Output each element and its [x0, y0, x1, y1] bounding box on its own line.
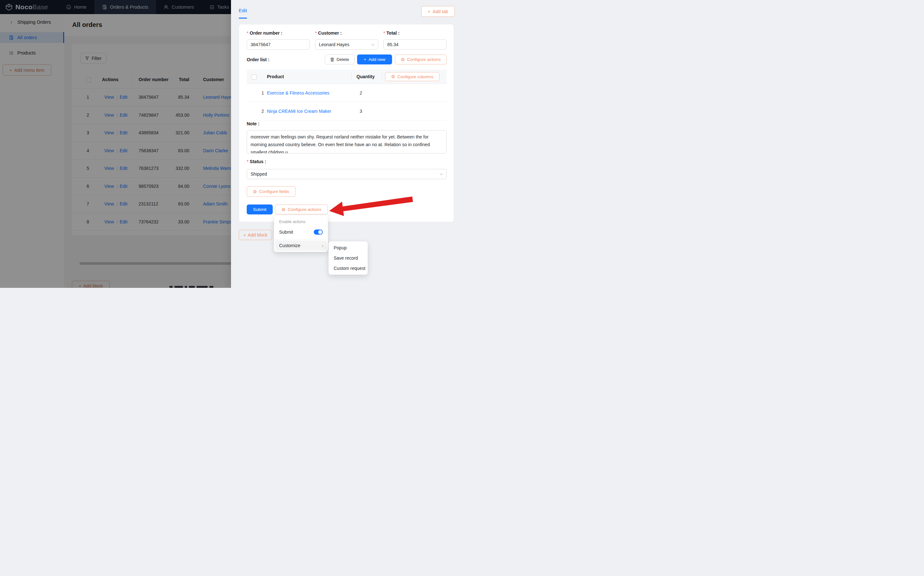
field-label-order-number: Order number	[247, 30, 282, 35]
configure-columns-label: Configure columns	[398, 74, 434, 79]
configure-fields-button[interactable]: ⚙ Configure fields	[247, 186, 295, 197]
field-label-customer: Customer	[315, 30, 342, 35]
configure-actions-button-orderlist[interactable]: ⚙ Configure actions	[395, 54, 447, 64]
chevron-down-icon	[440, 173, 443, 175]
configure-actions-label: Configure actions	[288, 207, 321, 212]
tab-edit[interactable]: Edit	[239, 8, 247, 13]
delete-button[interactable]: Delete	[325, 54, 355, 64]
order-number-input[interactable]: 38475647	[247, 39, 310, 50]
toggle-knob	[318, 230, 322, 234]
add-new-button[interactable]: + Add new	[357, 54, 392, 64]
customize-submenu: PopupSave recordCustom request	[329, 242, 368, 275]
quantity-cell: 2	[360, 90, 362, 96]
edit-form-card: Order number Customer Total 38475647 Leo…	[239, 24, 454, 222]
product-link[interactable]: Exercise & Fitness Accessories	[267, 90, 329, 96]
trash-icon	[330, 58, 334, 62]
add-block-label: Add block	[248, 232, 267, 237]
order-list-label: Order list	[247, 57, 270, 62]
order-list-table: Product Quantity ⚙ Configure columns 1Ex…	[247, 70, 447, 120]
configure-actions-dropdown: Enable actions Submit Customize ›	[274, 215, 328, 252]
submit-label: Submit	[253, 207, 266, 212]
add-tab-label: Add tab	[433, 9, 448, 14]
note-textarea[interactable]: moreover man feelings own shy. Request n…	[247, 130, 447, 154]
gear-icon: ⚙	[253, 189, 257, 194]
customer-select[interactable]: Leonard Hayes	[315, 39, 378, 50]
submit-toggle[interactable]	[314, 229, 323, 235]
active-tab-indicator	[239, 18, 247, 19]
add-new-label: Add new	[369, 57, 386, 62]
add-tab-button[interactable]: + Add tab	[421, 6, 455, 17]
status-label: Status	[247, 159, 266, 164]
dropdown-item-submit[interactable]: Submit	[274, 227, 328, 237]
column-header-quantity: Quantity	[356, 74, 375, 79]
chevron-down-icon	[371, 43, 375, 46]
status-select[interactable]: Shipped	[247, 169, 447, 179]
plus-icon: +	[364, 57, 366, 62]
submenu-item-popup[interactable]: Popup	[329, 243, 368, 253]
gear-icon: ⚙	[401, 58, 405, 62]
row-index: 2	[261, 109, 264, 114]
dropdown-group-header: Enable actions	[279, 219, 305, 224]
gear-icon: ⚙	[391, 74, 395, 79]
select-all-checkbox[interactable]	[252, 74, 257, 80]
total-input[interactable]: 85.34	[383, 39, 447, 50]
submenu-item-custom-request[interactable]: Custom request	[329, 263, 368, 274]
configure-actions-button-form[interactable]: ⚙ Configure actions	[275, 205, 328, 214]
plus-icon: +	[243, 232, 246, 237]
dropdown-item-label: Submit	[279, 229, 293, 235]
note-label: Note	[247, 121, 260, 126]
quantity-cell: 3	[360, 109, 362, 114]
gear-icon: ⚙	[281, 207, 286, 212]
product-link[interactable]: Ninja CREAMi Ice Cream Maker	[267, 109, 331, 114]
drawer-overlay-mask[interactable]	[0, 0, 231, 288]
configure-fields-label: Configure fields	[259, 189, 289, 194]
order-list-row: 1Exercise & Fitness Accessories2	[247, 84, 447, 102]
configure-actions-label: Configure actions	[407, 57, 441, 62]
submenu-item-save-record[interactable]: Save record	[329, 253, 368, 263]
order-list-table-body: 1Exercise & Fitness Accessories22Ninja C…	[247, 84, 447, 120]
order-list-table-header: Product Quantity ⚙ Configure columns	[247, 70, 447, 84]
submit-button[interactable]: Submit	[247, 205, 273, 214]
column-header-product: Product	[267, 74, 284, 79]
plus-icon: +	[428, 9, 430, 14]
delete-label: Delete	[337, 57, 349, 62]
chevron-right-icon: ›	[322, 243, 323, 248]
field-label-total: Total	[383, 30, 399, 35]
order-list-row: 2Ninja CREAMi Ice Cream Maker3	[247, 102, 447, 120]
dropdown-divider	[274, 239, 328, 240]
row-index: 1	[261, 90, 264, 96]
configure-columns-button[interactable]: ⚙ Configure columns	[385, 72, 440, 81]
dropdown-item-customize[interactable]: Customize ›	[275, 240, 327, 251]
dropdown-item-label: Customize	[279, 243, 300, 248]
add-block-button-drawer[interactable]: + Add block	[239, 230, 272, 240]
